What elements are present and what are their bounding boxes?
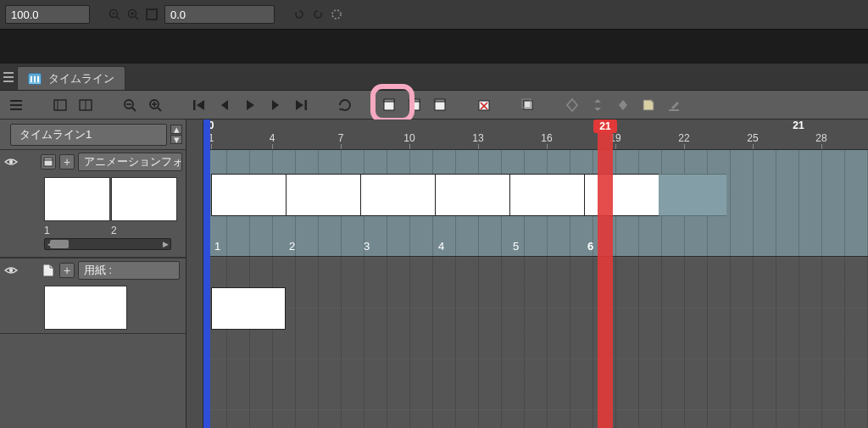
stop-icon[interactable] (144, 7, 159, 22)
cel-thumbnail[interactable] (111, 177, 177, 221)
clip-start-marker[interactable] (203, 120, 210, 428)
add-layer-plus-button[interactable]: + (59, 263, 75, 278)
add-cel-plus-button[interactable]: + (59, 154, 75, 170)
new-cel-right-icon[interactable] (429, 94, 451, 116)
scroll-right-icon[interactable]: ▶ (160, 239, 170, 249)
chevron-down-icon[interactable]: ▾ (170, 135, 182, 144)
thumb-number: 1 (44, 225, 110, 238)
paper-icon (41, 263, 56, 278)
cel[interactable] (509, 174, 584, 216)
layer-name-field[interactable]: 用紙 : (78, 261, 180, 280)
svg-point-42 (9, 269, 13, 272)
cel-number: 3 (360, 240, 435, 253)
lane-paper-layer[interactable] (203, 257, 868, 428)
undo-icon[interactable] (292, 7, 307, 22)
ruler-minor-label: 28 (815, 132, 826, 144)
go-start-icon[interactable] (188, 94, 210, 116)
layer-thumbnail[interactable] (44, 286, 127, 330)
cel[interactable] (286, 174, 360, 216)
svg-rect-12 (10, 104, 22, 106)
cel-number: 1 (211, 240, 286, 253)
keyframe-add-icon[interactable] (561, 94, 583, 116)
layer-thumbnails (0, 282, 186, 333)
cel[interactable] (584, 174, 659, 216)
go-end-icon[interactable] (290, 94, 312, 116)
lane-animation-folder[interactable]: 123456 (203, 150, 868, 257)
loop-icon[interactable] (334, 94, 356, 116)
timeline-selector-stepper[interactable]: ▴ ▾ (170, 125, 182, 144)
timeline-selector: タイムライン1 ▴ ▾ (0, 120, 186, 150)
timeline-tab-icon (28, 73, 42, 85)
track-name-field[interactable]: アニメーションフォル (78, 153, 182, 171)
edit-icon[interactable] (663, 94, 685, 116)
visibility-icon[interactable] (3, 154, 19, 170)
svg-line-1 (117, 17, 120, 20)
track-view-1-icon[interactable] (49, 94, 71, 116)
track-view-2-icon[interactable] (75, 94, 97, 116)
track-gutter (186, 120, 203, 428)
ruler-minor-label: 16 (541, 132, 552, 144)
cel-number: 2 (286, 240, 360, 253)
svg-rect-8 (3, 72, 14, 74)
timeline-name-field[interactable]: タイムライン1 (10, 124, 167, 146)
cel-thumbnail[interactable] (44, 177, 110, 221)
panel-options-icon[interactable] (5, 94, 27, 116)
timeline-main: タイムライン1 ▴ ▾ + アニメーションフォル (0, 120, 868, 428)
tab-timeline[interactable]: タイムライン (17, 66, 125, 90)
timeline-lanes: 21 021261 147101316192225283134 123456 (203, 120, 868, 428)
zoom-in-icon[interactable] (125, 7, 141, 22)
zoom-in-timeline-icon[interactable] (144, 94, 166, 116)
cel-row (211, 174, 726, 216)
cel-extend[interactable] (659, 174, 726, 216)
next-frame-icon[interactable] (264, 94, 287, 116)
time-ruler[interactable]: 21 021261 147101316192225283134 (203, 120, 868, 150)
svg-point-7 (332, 10, 341, 19)
ruler-minor-label: 7 (338, 132, 344, 144)
cel-number: 6 (584, 240, 659, 253)
add-cel-button[interactable] (403, 94, 426, 116)
prev-frame-icon[interactable] (214, 94, 236, 116)
top-transport-bar: 100.0 0.0 (0, 0, 868, 30)
cel[interactable] (211, 174, 286, 216)
svg-line-4 (136, 17, 139, 20)
svg-rect-30 (409, 99, 420, 102)
panel-menu-icon[interactable] (3, 69, 14, 86)
onion-skin-icon[interactable] (517, 94, 539, 116)
ruler-minor-label: 25 (747, 132, 758, 144)
note-icon[interactable] (637, 94, 659, 116)
keyframe-updown-icon[interactable] (587, 94, 609, 116)
track-list: タイムライン1 ▴ ▾ + アニメーションフォル (0, 120, 186, 428)
folder-icon (41, 154, 56, 170)
thumbs-scrollbar[interactable]: ◀ ▶ (44, 238, 171, 250)
scroll-thumb[interactable] (50, 240, 69, 248)
playhead-label[interactable]: 21 (593, 120, 617, 133)
ruler-minor-label: 19 (609, 132, 620, 144)
cel[interactable] (435, 174, 509, 216)
position-field[interactable]: 0.0 (164, 5, 275, 24)
panel-gap (0, 30, 868, 64)
play-icon[interactable] (239, 94, 261, 116)
panel-tabs: タイムライン (0, 64, 868, 91)
paper-clip[interactable] (211, 287, 286, 330)
keyframe-solid-icon[interactable] (612, 94, 634, 116)
new-cel-left-icon[interactable] (378, 94, 400, 116)
loading-icon (329, 7, 344, 22)
cel[interactable] (360, 174, 435, 216)
svg-rect-28 (384, 99, 394, 102)
redo-icon[interactable] (310, 7, 326, 22)
svg-line-20 (132, 108, 136, 111)
timeline-name-label: タイムライン1 (19, 127, 92, 142)
svg-rect-32 (435, 99, 445, 102)
svg-rect-11 (10, 100, 22, 102)
svg-rect-13 (10, 108, 22, 110)
delete-cel-icon[interactable] (473, 94, 495, 116)
tempo-field[interactable]: 100.0 (5, 5, 90, 24)
tempo-value: 100.0 (11, 8, 39, 21)
thumb-number: 2 (111, 225, 177, 238)
zoom-out-timeline-icon[interactable] (119, 94, 141, 116)
layer-name-label: 用紙 : (84, 263, 112, 278)
timeline-tab-label: タイムライン (48, 71, 114, 86)
visibility-icon[interactable] (3, 263, 19, 278)
zoom-out-icon[interactable] (107, 7, 122, 22)
ruler-minor-label: 13 (472, 132, 483, 144)
